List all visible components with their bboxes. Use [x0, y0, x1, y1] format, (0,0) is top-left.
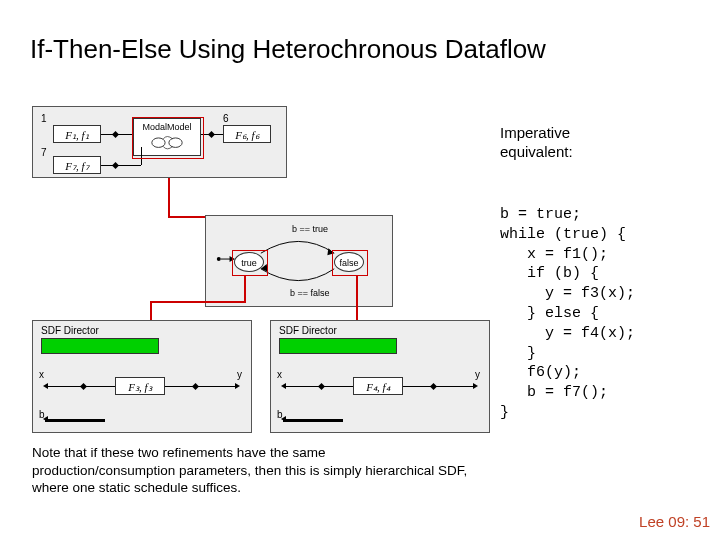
svg-point-0	[152, 138, 165, 147]
imperative-header: Imperative equivalent:	[500, 124, 573, 162]
sdf-left-x: x	[39, 369, 44, 380]
sdf-left-director-bar	[41, 338, 159, 354]
footnote: Note that if these two refinements have …	[32, 444, 472, 497]
guard-true-label: b == true	[292, 224, 328, 234]
state-true: true	[234, 252, 264, 272]
sdf-right-director-bar	[279, 338, 397, 354]
sdf-left-diagram: SDF Director x y b F₃, f₃	[32, 320, 252, 433]
state-false: false	[334, 252, 364, 272]
sdf-left-actor: F₃, f₃	[115, 377, 165, 395]
top-diagram: 1 6 7 F₁, f₁ F₆, f₆ F₇, f₇ ModalModel	[32, 106, 287, 178]
sdf-right-actor: F₄, f₄	[353, 377, 403, 395]
guard-false-label: b == false	[290, 288, 330, 298]
connector-mid-left-v	[244, 275, 246, 303]
svg-marker-2	[327, 248, 334, 255]
mid-diagram: b == true true false b == false	[205, 215, 393, 307]
sdf-right-x: x	[277, 369, 282, 380]
svg-point-5	[217, 257, 221, 261]
connector-mid-left-h	[150, 301, 244, 303]
sdf-right-y: y	[475, 369, 480, 380]
port-rate-1: 1	[41, 113, 47, 124]
imperative-header-line2: equivalent:	[500, 143, 573, 160]
actor-f1: F₁, f₁	[53, 125, 101, 143]
connector-mid-left-v2	[150, 301, 152, 321]
sdf-left-y: y	[237, 369, 242, 380]
imperative-header-line1: Imperative	[500, 124, 570, 141]
slide-footer: Lee 09: 51	[639, 513, 710, 530]
port-rate-7: 7	[41, 147, 47, 158]
page-title: If-Then-Else Using Heterochronous Datafl…	[30, 34, 546, 65]
sdf-right-director-label: SDF Director	[279, 325, 337, 336]
modal-model: ModalModel	[133, 118, 201, 156]
code-block: b = true; while (true) { x = f1(); if (b…	[500, 205, 635, 423]
sdf-right-diagram: SDF Director x y b F₄, f₄	[270, 320, 490, 433]
actor-f7: F₇, f₇	[53, 156, 101, 174]
connector-top-mid	[168, 178, 170, 218]
actor-f6: F₆, f₆	[223, 125, 271, 143]
connector-mid-right-v	[356, 275, 358, 321]
port-rate-6: 6	[223, 113, 229, 124]
modal-model-label: ModalModel	[134, 120, 200, 134]
sdf-left-director-label: SDF Director	[41, 325, 99, 336]
svg-point-1	[169, 138, 182, 147]
